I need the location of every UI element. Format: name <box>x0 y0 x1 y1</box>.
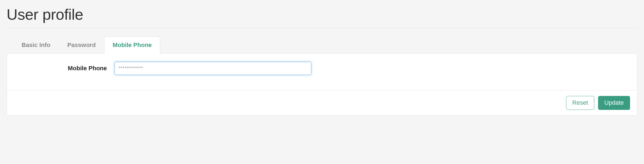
title-divider <box>7 28 637 28</box>
form-panel: Mobile Phone Reset Update <box>7 53 637 116</box>
mobile-phone-row: Mobile Phone <box>13 62 631 75</box>
panel-footer: Reset Update <box>7 90 637 115</box>
mobile-phone-input[interactable] <box>115 62 311 75</box>
update-button[interactable]: Update <box>598 96 630 110</box>
tab-password[interactable]: Password <box>59 36 104 54</box>
page-title: User profile <box>7 5 637 23</box>
tab-basic-info[interactable]: Basic Info <box>13 36 59 54</box>
mobile-phone-label: Mobile Phone <box>13 65 115 72</box>
tabs-nav: Basic Info Password Mobile Phone <box>13 36 637 53</box>
panel-body: Mobile Phone <box>7 54 637 90</box>
tab-mobile-phone[interactable]: Mobile Phone <box>104 36 160 54</box>
reset-button[interactable]: Reset <box>566 96 594 110</box>
